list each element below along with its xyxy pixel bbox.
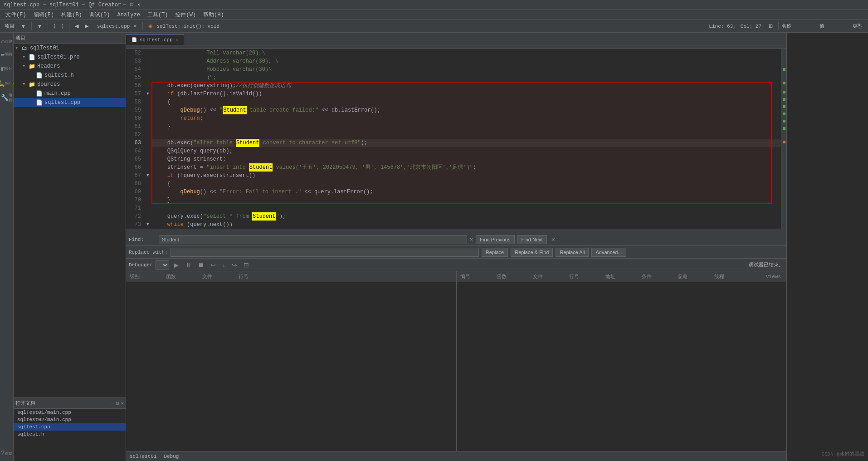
fold-67[interactable]: ▼ (144, 172, 151, 180)
debug-step-into-btn[interactable]: ↓ (220, 260, 227, 270)
help-icon[interactable]: ? 帮助 (1, 447, 13, 459)
code-line-68: { (151, 180, 781, 188)
fold-53 (144, 57, 151, 65)
design-icon[interactable]: ◧ 设计 (1, 63, 13, 74)
menu-file[interactable]: 文件(F) (2, 10, 30, 20)
bottom-debug-label: Debug (164, 454, 179, 459)
menu-build[interactable]: 构建(B) (58, 10, 86, 20)
open-doc-main[interactable]: sqlTest01/main.cpp (14, 409, 126, 416)
tree-item-maincpp[interactable]: 📄 main.cpp (14, 89, 126, 98)
toolbar-function: sqlTest::init(): void (156, 24, 708, 29)
views-label[interactable]: Views (766, 274, 785, 280)
tab-sqltest[interactable]: 📄 sqltest.cpp ✕ (126, 34, 184, 45)
tree-label-sqltest01: sqlTest01 (30, 45, 59, 51)
tree-item-sources[interactable]: ▼ 📁 Sources (14, 80, 126, 89)
menu-controls[interactable]: 控件(W) (171, 10, 200, 20)
toolbar-project[interactable]: 项目 (2, 22, 17, 30)
tree-item-sqltest01[interactable]: ▼ 🗂 sqlTest01 (14, 44, 126, 53)
debug-rcol-lineno: 行号 (567, 273, 595, 280)
editor-scrollbar-right[interactable] (781, 49, 786, 229)
menu-help[interactable]: 帮助(H) (200, 10, 228, 20)
code-area[interactable]: Tell varchar(20),\ Address varchar(30), … (151, 49, 781, 229)
debug-pause-btn[interactable]: ⏸ (183, 260, 193, 270)
edit-icon[interactable]: ✏ 编辑 (1, 48, 13, 60)
fold-73[interactable]: ▼ (144, 221, 151, 229)
minimize-button[interactable]: — (121, 2, 127, 8)
debug-step-out-btn[interactable]: ↪ (230, 260, 239, 270)
editor-scrollbar-bottom[interactable] (126, 229, 786, 233)
code-line-62 (151, 131, 781, 139)
toolbar-forward[interactable]: ⟩ (59, 22, 66, 30)
debugger-label: Debugger (129, 262, 153, 268)
fold-57[interactable]: ▼ (144, 90, 151, 98)
open-doc-sqltesth[interactable]: sqltest.h (14, 431, 126, 438)
fold-69 (144, 188, 151, 196)
folder-icon-sources: 📁 (28, 81, 35, 88)
toolbar-file-close[interactable]: ✕ (131, 23, 140, 29)
find-input[interactable] (159, 235, 467, 244)
find-next-btn[interactable]: Find Next (517, 235, 547, 244)
highlight-word-student-72: Student (252, 212, 276, 221)
debug-step-over-btn[interactable]: ↩ (209, 260, 218, 270)
open-docs-toggle-btn[interactable]: — (111, 400, 114, 406)
debug-bar: Debugger ▶ ⏸ ⏹ ↩ ↓ ↪ ⊡ 调试器已结束。 (126, 259, 786, 271)
open-docs-split-btn[interactable]: ⊟ (116, 400, 119, 406)
menu-debug[interactable]: 调试(D) (86, 10, 114, 20)
tree-arrow-pro: ▼ (23, 55, 28, 59)
fold-72 (144, 212, 151, 221)
editor-content[interactable]: 52 53 54 55 56 57 58 59 60 61 62 63 64 6… (126, 49, 786, 229)
layout-icon[interactable]: ⊞ (766, 22, 775, 30)
debug-run-to-btn[interactable]: ⊡ (242, 260, 251, 270)
linenum-72: 72 (126, 212, 144, 221)
linenum-53: 53 (126, 57, 144, 65)
sidebar-toolbar: 项目 (14, 33, 126, 44)
menu-tools[interactable]: 工具(T) (144, 10, 172, 20)
tree-item-sqltest01pro[interactable]: ▼ 📄 sqlTest01.pro (14, 53, 126, 62)
close-button[interactable]: ✕ (136, 2, 142, 8)
tree-item-sqltestcpp[interactable]: 📄 sqltest.cpp (14, 98, 126, 107)
replace-and-find-btn[interactable]: Replace & Find (511, 248, 553, 257)
find-prev-btn[interactable]: Find Previous (476, 235, 514, 244)
replace-all-btn[interactable]: Replace All (556, 248, 589, 257)
toolbar-next[interactable]: ▶ (82, 22, 91, 30)
replace-input[interactable] (171, 248, 479, 257)
tree-item-sqltesth[interactable]: 📄 sqltest.h (14, 71, 126, 80)
watermark: CSDN @冰封的雪绒 (821, 451, 864, 457)
replace-bar: Replace with: Replace Replace & Find Rep… (126, 246, 786, 259)
find-clear-btn[interactable]: ✕ (470, 236, 473, 243)
toolbar-breakpoint[interactable]: ◉ (146, 22, 156, 30)
title-bar: sqltest.cpp — sqlTest01 — Qt Creator — □… (0, 0, 868, 10)
tree-item-headers[interactable]: ▼ 📁 Headers (14, 62, 126, 71)
debug-col-file: 文件 (200, 273, 228, 280)
scroll-indicator-2 (783, 82, 785, 84)
toolbar-sep-1 (31, 22, 32, 30)
fold-65 (144, 155, 151, 163)
tab-close-sqltest[interactable]: ✕ (176, 37, 178, 43)
toolbar-filter[interactable]: ▼ (34, 23, 45, 30)
project-icon[interactable]: 🔧 项目 (1, 92, 13, 103)
welcome-icon[interactable]: ⌂ 欢迎 (1, 35, 13, 47)
toolbar-prev[interactable]: ◀ (72, 22, 81, 30)
toolbar-back[interactable]: ⟨ (51, 22, 58, 30)
toolbar-dropdown[interactable]: ▼ (18, 23, 29, 30)
open-doc-main2[interactable]: sqltest02/main.cpp (14, 416, 126, 423)
highlight-word-student-66: Student (249, 163, 273, 172)
open-doc-sqltest[interactable]: sqltest.cpp (14, 423, 126, 431)
menu-analyze[interactable]: Analyze (113, 11, 143, 19)
debug-rcol-cond: 条件 (640, 273, 667, 280)
find-close-btn[interactable]: ✕ (551, 235, 555, 243)
debugger-selector[interactable] (156, 260, 169, 270)
fold-64 (144, 147, 151, 155)
highlight-word-student-63: Student (236, 139, 259, 147)
toolbar-sep-2 (48, 22, 48, 30)
menu-edit[interactable]: 编辑(E) (30, 10, 58, 20)
debug-run-btn[interactable]: ▶ (172, 260, 180, 270)
editor-scrollbar-top (126, 45, 786, 49)
advanced-btn[interactable]: Advanced... (591, 248, 626, 257)
window-controls[interactable]: — □ ✕ (121, 2, 142, 8)
open-docs-close-btn[interactable]: ✕ (121, 400, 124, 406)
debug-stop-btn[interactable]: ⏹ (196, 260, 206, 270)
replace-btn[interactable]: Replace (482, 248, 508, 257)
debug-icon[interactable]: 🐛 Debug (1, 77, 13, 89)
maximize-button[interactable]: □ (128, 2, 135, 8)
